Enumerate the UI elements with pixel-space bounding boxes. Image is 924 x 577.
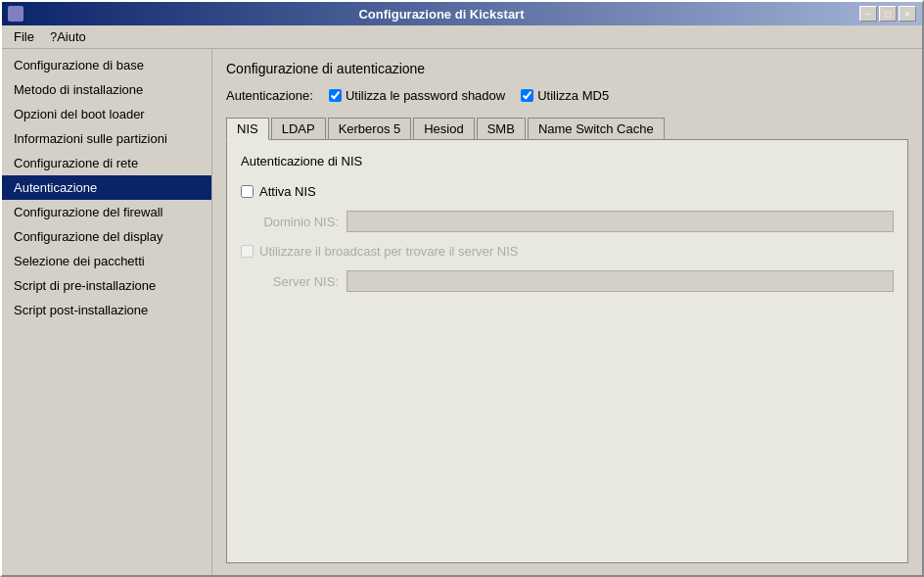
window-title: Configurazione di Kickstart [23, 7, 859, 22]
content-area: Configurazione di base Metodo di install… [2, 49, 922, 575]
main-window: Configurazione di Kickstart − □ × File ?… [0, 0, 924, 577]
tab-name-switch-cache[interactable]: Name Switch Cache [528, 118, 665, 140]
app-icon [8, 6, 23, 22]
server-nis-input[interactable] [346, 270, 894, 292]
dominio-nis-input[interactable] [346, 211, 894, 232]
titlebar: Configurazione di Kickstart − □ × [2, 2, 922, 25]
titlebar-left [8, 6, 23, 22]
broadcast-label: Utilizzare il broadcast per trovare il s… [259, 244, 518, 259]
shadow-checkbox[interactable] [329, 89, 342, 102]
md5-label: Utilizza MD5 [537, 88, 609, 103]
server-nis-row: Server NIS: [241, 270, 894, 292]
attiva-nis-row: Attiva NIS [241, 184, 894, 199]
tab-content-nis: Autenticazione di NIS Attiva NIS Dominio… [226, 139, 908, 563]
tabs: NIS LDAP Kerberos 5 Hesiod SMB Name Swit… [226, 117, 908, 139]
tab-ldap[interactable]: LDAP [271, 118, 326, 140]
titlebar-buttons: − □ × [859, 6, 916, 22]
dominio-nis-label: Dominio NIS: [241, 215, 339, 229]
sidebar-item-packages[interactable]: Selezione dei pacchetti [2, 249, 211, 273]
menubar: File ?Aiuto [2, 25, 922, 49]
tab-smb[interactable]: SMB [477, 118, 526, 140]
menu-file[interactable]: File [6, 27, 42, 46]
sidebar-item-boot-loader[interactable]: Opzioni del boot loader [2, 102, 211, 126]
sidebar-item-display[interactable]: Configurazione del display [2, 224, 211, 249]
md5-checkbox[interactable] [521, 89, 533, 102]
auth-row: Autenticazione: Utilizza le password sha… [226, 88, 908, 103]
auth-label: Autenticazione: [226, 88, 313, 103]
sidebar-item-auth[interactable]: Autenticazione [2, 175, 211, 200]
menu-help[interactable]: ?Aiuto [42, 27, 94, 46]
main-panel: Configurazione di autenticazione Autenti… [212, 49, 922, 575]
sidebar-item-firewall[interactable]: Configurazione del firewall [2, 200, 211, 224]
dominio-nis-row: Dominio NIS: [241, 211, 894, 232]
broadcast-row: Utilizzare il broadcast per trovare il s… [241, 244, 894, 259]
sidebar: Configurazione di base Metodo di install… [2, 49, 212, 575]
nis-section-title: Autenticazione di NIS [241, 154, 894, 168]
tab-kerberos[interactable]: Kerberos 5 [328, 118, 412, 140]
broadcast-checkbox[interactable] [241, 245, 254, 258]
tab-nis[interactable]: NIS [226, 118, 269, 140]
attiva-nis-checkbox[interactable] [241, 185, 254, 198]
sidebar-item-network[interactable]: Configurazione di rete [2, 151, 211, 175]
md5-checkbox-group: Utilizza MD5 [521, 88, 609, 103]
sidebar-item-install-method[interactable]: Metodo di installazione [2, 77, 211, 102]
attiva-nis-label: Attiva NIS [259, 184, 316, 199]
close-button[interactable]: × [899, 6, 916, 22]
sidebar-item-pre-install[interactable]: Script di pre-installazione [2, 273, 211, 298]
tab-hesiod[interactable]: Hesiod [413, 118, 474, 140]
tabs-container: NIS LDAP Kerberos 5 Hesiod SMB Name Swit… [226, 117, 908, 563]
server-nis-label: Server NIS: [241, 274, 339, 289]
sidebar-item-partitions[interactable]: Informazioni sulle partizioni [2, 126, 211, 151]
section-title: Configurazione di autenticazione [226, 61, 908, 76]
sidebar-item-post-install[interactable]: Script post-installazione [2, 298, 211, 322]
shadow-checkbox-group: Utilizza le password shadow [329, 88, 505, 103]
minimize-button[interactable]: − [859, 6, 877, 22]
sidebar-item-base-config[interactable]: Configurazione di base [2, 53, 211, 77]
maximize-button[interactable]: □ [879, 6, 897, 22]
shadow-label: Utilizza le password shadow [346, 88, 505, 103]
